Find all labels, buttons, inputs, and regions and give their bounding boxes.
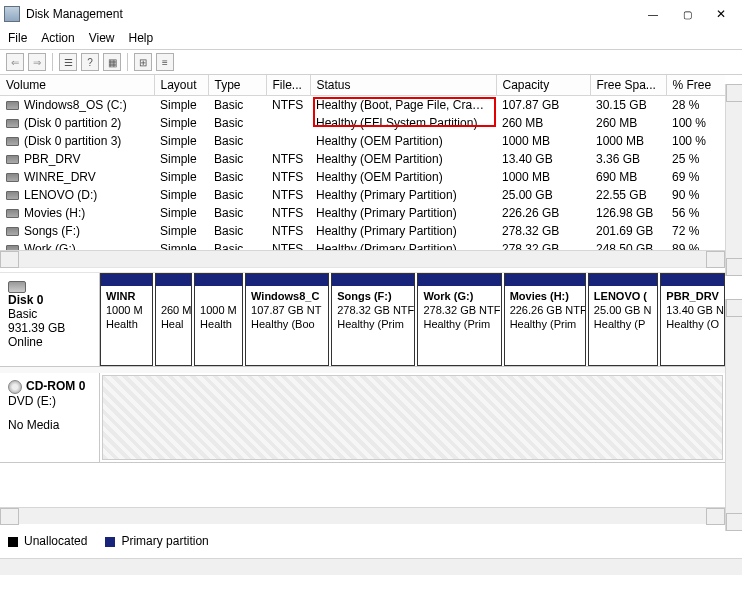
menu-file[interactable]: File [8, 31, 27, 45]
menu-help[interactable]: Help [129, 31, 154, 45]
table-row[interactable]: PBR_DRVSimpleBasicNTFSHealthy (OEM Parti… [0, 150, 725, 168]
col-volume[interactable]: Volume [0, 75, 154, 96]
volume-icon [6, 209, 19, 218]
table-row[interactable]: (Disk 0 partition 3)SimpleBasicHealthy (… [0, 132, 725, 150]
cdrom-section[interactable]: CD-ROM 0 DVD (E:) No Media [0, 373, 725, 463]
col-layout[interactable]: Layout [154, 75, 208, 96]
volume-table: Volume Layout Type File... Status Capaci… [0, 75, 725, 250]
partition[interactable]: 1000 MHealth [194, 273, 243, 366]
volume-icon [6, 227, 19, 236]
partition[interactable]: WINR1000 MHealth [100, 273, 153, 366]
table-row[interactable]: Work (G:)SimpleBasicNTFSHealthy (Primary… [0, 240, 725, 250]
disk-0-label: Disk 0 Basic 931.39 GB Online [0, 273, 100, 366]
menu-action[interactable]: Action [41, 31, 74, 45]
partition[interactable]: LENOVO (25.00 GB NHealthy (P [588, 273, 659, 366]
volume-icon [6, 173, 19, 182]
toolbar-btn-4[interactable]: ⊞ [134, 53, 152, 71]
volume-icon [6, 155, 19, 164]
toolbar: ☰ ? ▦ ⊞ ≡ [0, 50, 742, 75]
menu-view[interactable]: View [89, 31, 115, 45]
volumes-scrollbar[interactable] [725, 84, 742, 276]
minimize-button[interactable] [636, 3, 670, 25]
toolbar-btn-3[interactable]: ▦ [103, 53, 121, 71]
table-row[interactable]: (Disk 0 partition 2)SimpleBasicHealthy (… [0, 114, 725, 132]
title-bar: Disk Management [0, 0, 742, 28]
partition[interactable]: Movies (H:)226.26 GB NTFHealthy (Prim [504, 273, 586, 366]
partition[interactable]: Work (G:)278.32 GB NTFHealthy (Prim [417, 273, 501, 366]
partition[interactable]: PBR_DRV13.40 GB NHealthy (O [660, 273, 725, 366]
cdrom-name: CD-ROM 0 [26, 379, 85, 393]
toolbar-divider [127, 53, 128, 71]
col-type[interactable]: Type [208, 75, 266, 96]
volume-icon [6, 119, 19, 128]
back-button[interactable] [6, 53, 24, 71]
volume-list: Volume Layout Type File... Status Capaci… [0, 75, 725, 250]
table-row[interactable]: WINRE_DRVSimpleBasicNTFSHealthy (OEM Par… [0, 168, 725, 186]
volumes-hscroll[interactable] [0, 250, 725, 267]
partition[interactable]: Windows8_C107.87 GB NTHealthy (Boo [245, 273, 329, 366]
partition[interactable]: Songs (F:)278.32 GB NTFHealthy (Prim [331, 273, 415, 366]
disk-0-type: Basic [8, 307, 91, 321]
cdrom-icon [8, 380, 22, 394]
window-title: Disk Management [26, 7, 636, 21]
bottom-scroll[interactable] [0, 558, 742, 575]
toolbar-btn-1[interactable]: ☰ [59, 53, 77, 71]
table-row[interactable]: Windows8_OS (C:)SimpleBasicNTFSHealthy (… [0, 96, 725, 115]
table-row[interactable]: Songs (F:)SimpleBasicNTFSHealthy (Primar… [0, 222, 725, 240]
legend: Unallocated Primary partition [0, 524, 742, 558]
graphical-hscroll[interactable] [0, 507, 725, 524]
volume-icon [6, 191, 19, 200]
col-capacity[interactable]: Capacity [496, 75, 590, 96]
toolbar-btn-2[interactable]: ? [81, 53, 99, 71]
legend-primary: Primary partition [105, 534, 208, 548]
unallocated-swatch [8, 537, 18, 547]
menu-bar: File Action View Help [0, 28, 742, 50]
cdrom-area [102, 375, 723, 460]
disk-0-state: Online [8, 335, 91, 349]
table-row[interactable]: Movies (H:)SimpleBasicNTFSHealthy (Prima… [0, 204, 725, 222]
app-icon [4, 6, 20, 22]
graphical-scrollbar[interactable] [725, 299, 742, 531]
col-pct[interactable]: % Free [666, 75, 725, 96]
primary-swatch [105, 537, 115, 547]
toolbar-divider [52, 53, 53, 71]
disk-0-section[interactable]: Disk 0 Basic 931.39 GB Online WINR1000 M… [0, 273, 725, 367]
close-button[interactable] [704, 3, 738, 25]
cdrom-state: No Media [8, 418, 91, 432]
col-fs[interactable]: File... [266, 75, 310, 96]
disk-0-name: Disk 0 [8, 293, 91, 307]
volume-icon [6, 101, 19, 110]
disk-0-partitions: WINR1000 MHealth260 MHeal1000 MHealthWin… [100, 273, 725, 366]
toolbar-btn-5[interactable]: ≡ [156, 53, 174, 71]
col-status[interactable]: Status [310, 75, 496, 96]
maximize-button[interactable] [670, 3, 704, 25]
disk-icon [8, 281, 26, 293]
cdrom-label: CD-ROM 0 DVD (E:) No Media [0, 373, 100, 462]
volume-icon [6, 137, 19, 146]
partition[interactable]: 260 MHeal [155, 273, 192, 366]
table-row[interactable]: LENOVO (D:)SimpleBasicNTFSHealthy (Prima… [0, 186, 725, 204]
col-free[interactable]: Free Spa... [590, 75, 666, 96]
cdrom-device: DVD (E:) [8, 394, 91, 408]
legend-unallocated: Unallocated [8, 534, 87, 548]
forward-button[interactable] [28, 53, 46, 71]
disk-0-size: 931.39 GB [8, 321, 91, 335]
